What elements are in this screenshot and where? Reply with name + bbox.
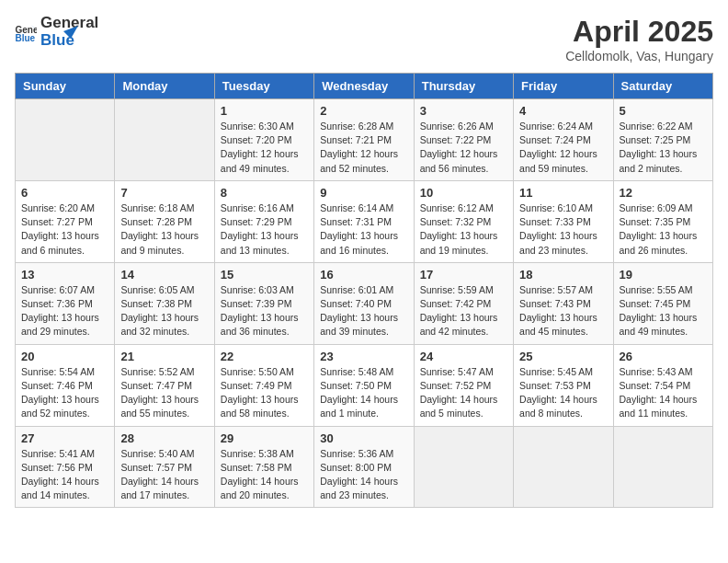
day-number: 25: [519, 350, 607, 363]
day-number: 20: [21, 350, 108, 363]
day-cell: 27Sunrise: 5:41 AM Sunset: 7:56 PM Dayli…: [16, 426, 115, 508]
day-info: Sunrise: 6:16 AM Sunset: 7:29 PM Dayligh…: [221, 201, 308, 258]
day-cell: 7Sunrise: 6:18 AM Sunset: 7:28 PM Daylig…: [115, 180, 214, 262]
day-cell: 8Sunrise: 6:16 AM Sunset: 7:29 PM Daylig…: [214, 180, 313, 262]
day-info: Sunrise: 6:10 AM Sunset: 7:33 PM Dayligh…: [519, 201, 607, 258]
title-block: April 2025 Celldomolk, Vas, Hungary: [565, 15, 713, 63]
day-info: Sunrise: 6:24 AM Sunset: 7:24 PM Dayligh…: [519, 120, 607, 176]
day-info: Sunrise: 5:50 AM Sunset: 7:49 PM Dayligh…: [221, 365, 308, 421]
day-info: Sunrise: 6:12 AM Sunset: 7:32 PM Dayligh…: [420, 201, 507, 258]
day-cell: 17Sunrise: 5:59 AM Sunset: 7:42 PM Dayli…: [414, 262, 513, 344]
day-cell: 22Sunrise: 5:50 AM Sunset: 7:49 PM Dayli…: [214, 344, 313, 426]
header-day-saturday: Saturday: [613, 74, 712, 99]
day-number: 21: [120, 350, 208, 363]
day-info: Sunrise: 6:18 AM Sunset: 7:28 PM Dayligh…: [120, 201, 208, 258]
week-row-3: 13Sunrise: 6:07 AM Sunset: 7:36 PM Dayli…: [16, 262, 713, 344]
day-info: Sunrise: 5:47 AM Sunset: 7:52 PM Dayligh…: [420, 365, 507, 421]
day-cell: 11Sunrise: 6:10 AM Sunset: 7:33 PM Dayli…: [514, 180, 613, 262]
day-number: 23: [320, 350, 407, 363]
day-number: 29: [221, 431, 308, 445]
logo: General Blue General Blue: [15, 15, 78, 49]
day-info: Sunrise: 6:22 AM Sunset: 7:25 PM Dayligh…: [620, 120, 707, 176]
header-day-sunday: Sunday: [16, 74, 115, 99]
day-cell: 14Sunrise: 6:05 AM Sunset: 7:38 PM Dayli…: [115, 262, 214, 344]
day-cell: 12Sunrise: 6:09 AM Sunset: 7:35 PM Dayli…: [613, 180, 712, 262]
day-number: 5: [620, 104, 707, 118]
day-number: 22: [221, 350, 308, 363]
day-number: 18: [519, 268, 607, 282]
day-number: 10: [420, 186, 507, 200]
week-row-2: 6Sunrise: 6:20 AM Sunset: 7:27 PM Daylig…: [16, 180, 713, 262]
day-number: 2: [320, 104, 407, 118]
day-cell: 21Sunrise: 5:52 AM Sunset: 7:47 PM Dayli…: [115, 344, 214, 426]
day-cell: [514, 426, 613, 508]
generalblue-logo-icon: General Blue: [15, 23, 37, 41]
day-info: Sunrise: 6:20 AM Sunset: 7:27 PM Dayligh…: [21, 201, 108, 258]
day-cell: 3Sunrise: 6:26 AM Sunset: 7:22 PM Daylig…: [414, 99, 513, 181]
day-info: Sunrise: 5:38 AM Sunset: 7:58 PM Dayligh…: [221, 447, 308, 503]
day-number: 7: [120, 186, 208, 200]
day-number: 4: [519, 104, 607, 118]
day-info: Sunrise: 5:52 AM Sunset: 7:47 PM Dayligh…: [120, 365, 208, 421]
day-number: 24: [420, 350, 507, 363]
day-number: 12: [620, 186, 707, 200]
day-info: Sunrise: 5:55 AM Sunset: 7:45 PM Dayligh…: [620, 283, 707, 339]
day-info: Sunrise: 5:43 AM Sunset: 7:54 PM Dayligh…: [620, 365, 707, 421]
day-cell: 13Sunrise: 6:07 AM Sunset: 7:36 PM Dayli…: [16, 262, 115, 344]
header-day-monday: Monday: [115, 74, 214, 99]
header-day-thursday: Thursday: [414, 74, 513, 99]
subtitle: Celldomolk, Vas, Hungary: [565, 49, 713, 63]
day-number: 6: [21, 186, 108, 200]
day-info: Sunrise: 6:07 AM Sunset: 7:36 PM Dayligh…: [21, 283, 108, 339]
calendar-table: SundayMondayTuesdayWednesdayThursdayFrid…: [15, 73, 713, 508]
day-cell: 26Sunrise: 5:43 AM Sunset: 7:54 PM Dayli…: [613, 344, 712, 426]
header-day-friday: Friday: [514, 74, 613, 99]
day-info: Sunrise: 6:26 AM Sunset: 7:22 PM Dayligh…: [420, 120, 507, 176]
day-cell: 9Sunrise: 6:14 AM Sunset: 7:31 PM Daylig…: [314, 180, 414, 262]
day-number: 14: [120, 268, 208, 282]
week-row-4: 20Sunrise: 5:54 AM Sunset: 7:46 PM Dayli…: [16, 344, 713, 426]
svg-text:Blue: Blue: [15, 33, 35, 41]
day-number: 13: [21, 268, 108, 282]
main-title: April 2025: [565, 15, 713, 49]
day-number: 19: [620, 268, 707, 282]
day-info: Sunrise: 6:05 AM Sunset: 7:38 PM Dayligh…: [120, 283, 208, 339]
header-day-wednesday: Wednesday: [314, 74, 414, 99]
day-info: Sunrise: 5:40 AM Sunset: 7:57 PM Dayligh…: [120, 447, 208, 503]
day-number: 17: [420, 268, 507, 282]
day-number: 9: [320, 186, 407, 200]
day-info: Sunrise: 6:14 AM Sunset: 7:31 PM Dayligh…: [320, 201, 407, 258]
day-number: 3: [420, 104, 507, 118]
day-cell: 29Sunrise: 5:38 AM Sunset: 7:58 PM Dayli…: [214, 426, 313, 508]
day-cell: 2Sunrise: 6:28 AM Sunset: 7:21 PM Daylig…: [314, 99, 414, 181]
day-info: Sunrise: 5:45 AM Sunset: 7:53 PM Dayligh…: [519, 365, 607, 421]
day-cell: 24Sunrise: 5:47 AM Sunset: 7:52 PM Dayli…: [414, 344, 513, 426]
day-cell: 30Sunrise: 5:36 AM Sunset: 8:00 PM Dayli…: [314, 426, 414, 508]
day-number: 11: [519, 186, 607, 200]
day-info: Sunrise: 5:59 AM Sunset: 7:42 PM Dayligh…: [420, 283, 507, 339]
day-number: 8: [221, 186, 308, 200]
header-day-tuesday: Tuesday: [214, 74, 313, 99]
day-cell: 23Sunrise: 5:48 AM Sunset: 7:50 PM Dayli…: [314, 344, 414, 426]
day-cell: 5Sunrise: 6:22 AM Sunset: 7:25 PM Daylig…: [613, 99, 712, 181]
week-row-5: 27Sunrise: 5:41 AM Sunset: 7:56 PM Dayli…: [16, 426, 713, 508]
day-cell: 18Sunrise: 5:57 AM Sunset: 7:43 PM Dayli…: [514, 262, 613, 344]
day-info: Sunrise: 6:09 AM Sunset: 7:35 PM Dayligh…: [620, 201, 707, 258]
day-cell: [16, 99, 115, 181]
day-info: Sunrise: 6:01 AM Sunset: 7:40 PM Dayligh…: [320, 283, 407, 339]
day-cell: 20Sunrise: 5:54 AM Sunset: 7:46 PM Dayli…: [16, 344, 115, 426]
day-number: 26: [620, 350, 707, 363]
day-number: 1: [221, 104, 308, 118]
day-cell: [613, 426, 712, 508]
day-cell: 16Sunrise: 6:01 AM Sunset: 7:40 PM Dayli…: [314, 262, 414, 344]
day-info: Sunrise: 6:30 AM Sunset: 7:20 PM Dayligh…: [221, 120, 308, 176]
day-number: 15: [221, 268, 308, 282]
day-info: Sunrise: 6:28 AM Sunset: 7:21 PM Dayligh…: [320, 120, 407, 176]
day-info: Sunrise: 6:03 AM Sunset: 7:39 PM Dayligh…: [221, 283, 308, 339]
day-cell: 6Sunrise: 6:20 AM Sunset: 7:27 PM Daylig…: [16, 180, 115, 262]
day-cell: [115, 99, 214, 181]
day-info: Sunrise: 5:54 AM Sunset: 7:46 PM Dayligh…: [21, 365, 108, 421]
day-cell: 1Sunrise: 6:30 AM Sunset: 7:20 PM Daylig…: [214, 99, 313, 181]
day-number: 27: [21, 431, 108, 445]
header-row: SundayMondayTuesdayWednesdayThursdayFrid…: [16, 74, 713, 99]
